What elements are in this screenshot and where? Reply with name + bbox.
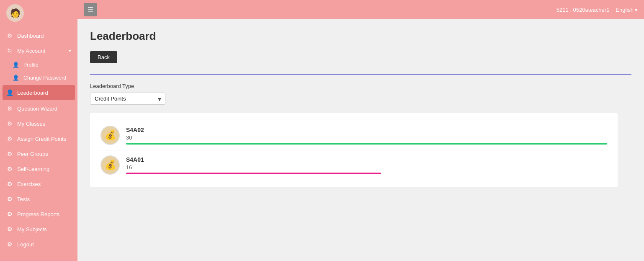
- back-button[interactable]: Back: [90, 51, 117, 63]
- entry-1-bar-wrap: [126, 143, 607, 145]
- topbar: ☰ 5211 : 0520ateacher1 English ▾: [77, 0, 644, 19]
- leaderboard-type-dropdown-wrap: Credit Points XP Points Badges: [90, 93, 165, 105]
- sidebar-item-exercises[interactable]: ⚙ Exercises: [0, 176, 77, 191]
- entry-2-info: S4A01 16: [126, 156, 607, 174]
- sidebar-item-label: Question Wizard: [17, 106, 57, 112]
- question-wizard-icon: ⚙: [6, 105, 13, 112]
- entry-1-avatar: 💰: [100, 126, 120, 145]
- language-arrow-icon: ▾: [635, 7, 638, 13]
- leaderboard-card: 💰 S4A02 30 💰 S4A01 16: [90, 113, 618, 187]
- sidebar-item-label: Assign Credit Points: [17, 136, 66, 142]
- hamburger-icon: ☰: [88, 6, 93, 14]
- profile-icon: 👤: [13, 62, 19, 68]
- entry-2-score: 16: [126, 164, 607, 171]
- language-selector[interactable]: English ▾: [616, 7, 638, 13]
- page-title: Leaderboard: [90, 30, 631, 43]
- sidebar: 🧑 ⚙ Dashboard ↻ My Account ▾ 👤 Profile 👤…: [0, 0, 77, 261]
- sidebar-item-progress-reports[interactable]: ⚙ Progress Reports: [0, 207, 77, 222]
- sidebar-item-my-account[interactable]: ↻ My Account ▾: [0, 43, 77, 58]
- sidebar-item-label: Self-Learning: [17, 166, 49, 172]
- sidebar-header: 🧑: [0, 0, 77, 26]
- entry-1-name: S4A02: [126, 127, 607, 133]
- sidebar-item-label: Exercises: [17, 181, 41, 187]
- sidebar-item-label: My Subjects: [17, 226, 47, 233]
- main-content: Leaderboard Back Leaderboard Type Credit…: [77, 19, 644, 261]
- sidebar-item-tests[interactable]: ⚙ Tests: [0, 191, 77, 207]
- sidebar-item-dashboard[interactable]: ⚙ Dashboard: [0, 28, 77, 43]
- entry-1-score: 30: [126, 134, 607, 141]
- self-learning-icon: ⚙: [6, 165, 13, 172]
- leaderboard-type-label: Leaderboard Type: [90, 83, 631, 89]
- subjects-icon: ⚙: [6, 226, 13, 233]
- sidebar-item-label: My Account: [17, 48, 45, 54]
- sidebar-item-label: Peer Groups: [17, 151, 48, 157]
- sidebar-item-logout[interactable]: ⚙ Logout: [0, 237, 77, 252]
- entry-1-bar: [126, 143, 607, 145]
- logout-icon: ⚙: [6, 241, 13, 248]
- lb-divider: [98, 150, 609, 150]
- entry-2-name: S4A01: [126, 156, 607, 163]
- sidebar-item-profile[interactable]: 👤 Profile: [0, 58, 77, 71]
- topbar-right: 5211 : 0520ateacher1 English ▾: [556, 7, 638, 13]
- sidebar-item-label: Logout: [17, 241, 34, 248]
- sidebar-item-label: My Classes: [17, 121, 45, 127]
- sidebar-item-my-classes[interactable]: ⚙ My Classes: [0, 116, 77, 131]
- leaderboard-type-select[interactable]: Credit Points XP Points Badges: [90, 93, 165, 105]
- sidebar-item-peer-groups[interactable]: ⚙ Peer Groups: [0, 146, 77, 161]
- menu-toggle-button[interactable]: ☰: [84, 3, 97, 16]
- sidebar-item-self-learning[interactable]: ⚙ Self-Learning: [0, 161, 77, 176]
- avatar: 🧑: [6, 4, 24, 22]
- sidebar-item-label: Tests: [17, 196, 30, 202]
- classes-icon: ⚙: [6, 120, 13, 127]
- leaderboard-entry-2: 💰 S4A01 16: [98, 151, 609, 179]
- sidebar-item-label: Profile: [23, 62, 38, 68]
- sidebar-item-label: Leaderboard: [17, 90, 48, 96]
- credit-icon: ⚙: [6, 135, 13, 142]
- entry-2-bar-wrap: [126, 173, 607, 174]
- sidebar-item-change-password[interactable]: 👤 Change Password: [0, 71, 77, 84]
- chevron-down-icon: ▾: [69, 48, 71, 54]
- exercises-icon: ⚙: [6, 181, 13, 187]
- leaderboard-icon: 👤: [6, 89, 13, 96]
- sidebar-item-assign-credit-points[interactable]: ⚙ Assign Credit Points: [0, 131, 77, 146]
- dashboard-icon: ⚙: [6, 32, 13, 39]
- language-label: English: [616, 7, 634, 13]
- entry-2-avatar: 💰: [100, 155, 120, 175]
- leaderboard-entry-1: 💰 S4A02 30: [98, 121, 609, 149]
- tests-icon: ⚙: [6, 196, 13, 202]
- reports-icon: ⚙: [6, 211, 13, 217]
- lock-icon: 👤: [13, 75, 19, 81]
- sidebar-item-leaderboard[interactable]: 👤 Leaderboard: [3, 85, 75, 100]
- sidebar-item-my-subjects[interactable]: ⚙ My Subjects: [0, 222, 77, 237]
- entry-2-bar: [126, 173, 381, 174]
- entry-1-info: S4A02 30: [126, 127, 607, 145]
- account-icon: ↻: [6, 47, 13, 54]
- sidebar-item-label: Dashboard: [17, 33, 44, 39]
- peer-groups-icon: ⚙: [6, 150, 13, 157]
- sidebar-nav: ⚙ Dashboard ↻ My Account ▾ 👤 Profile 👤 C…: [0, 26, 77, 261]
- page-divider: [90, 74, 631, 75]
- user-info: 5211 : 0520ateacher1: [556, 7, 610, 13]
- sidebar-item-question-wizard[interactable]: ⚙ Question Wizard: [0, 101, 77, 116]
- sidebar-item-label: Progress Reports: [17, 211, 59, 217]
- sidebar-item-label: Change Password: [23, 75, 66, 81]
